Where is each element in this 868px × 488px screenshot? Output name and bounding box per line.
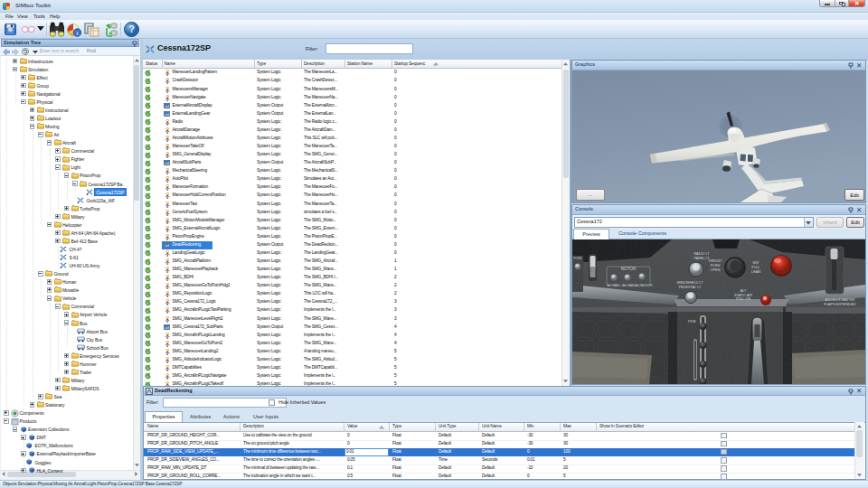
svg-text:?: ? [128,23,135,34]
svg-text:i: i [77,30,79,37]
